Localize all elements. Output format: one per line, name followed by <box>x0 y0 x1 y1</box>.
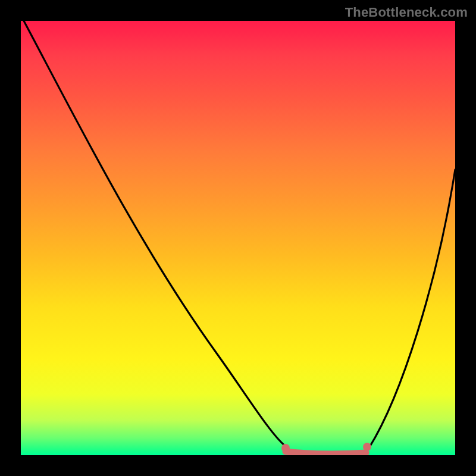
watermark-text: TheBottleneck.com <box>345 5 468 20</box>
chart-frame: TheBottleneck.com <box>0 0 476 476</box>
flat-segment <box>286 452 366 454</box>
bottleneck-curve <box>24 21 455 454</box>
curve-layer <box>21 21 455 455</box>
flat-end-dot <box>363 443 371 451</box>
plot-area <box>21 21 455 455</box>
